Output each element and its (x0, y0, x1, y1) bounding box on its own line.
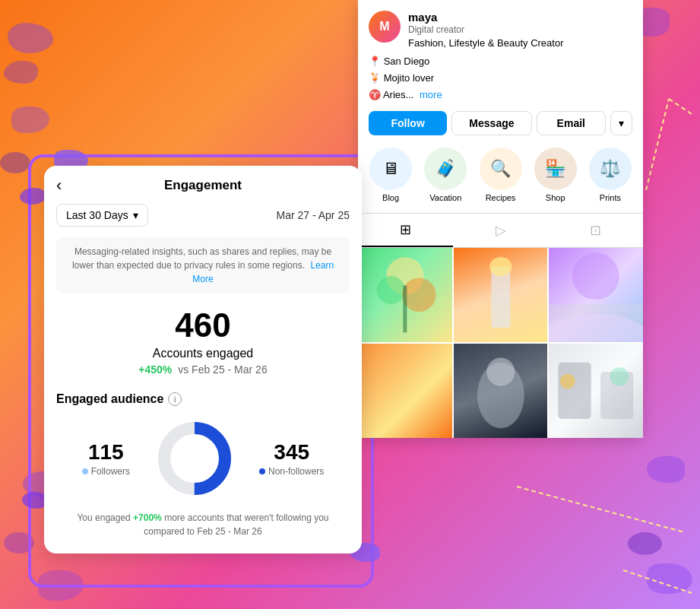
accounts-engaged-count: 460 (44, 309, 362, 342)
photo-cell-6[interactable] (549, 344, 643, 438)
avatar: M (369, 11, 401, 43)
sign-row: ♈ Aries... more (369, 87, 632, 103)
engagement-title: Engagement (56, 178, 350, 193)
date-dropdown[interactable]: Last 30 Days ▾ (56, 204, 148, 227)
photo-2-art (454, 248, 548, 342)
growth-compare: vs Feb 25 - Mar 26 (178, 363, 268, 376)
engagement-panel: ‹ Engagement Last 30 Days ▾ Mar 27 - Apr… (44, 166, 362, 553)
accounts-engaged-label: Accounts engaged (44, 347, 362, 360)
photo-6-art (549, 344, 643, 438)
engaged-audience-title: Engaged audience (56, 392, 163, 406)
photo-5-art (454, 344, 548, 438)
location-icon: 📍 (369, 56, 381, 67)
message-button[interactable]: Message (451, 111, 531, 135)
svg-rect-16 (559, 363, 591, 419)
date-range: Mar 27 - Apr 25 (277, 209, 350, 221)
svg-point-12 (572, 252, 619, 300)
growth-note-suffix: more accounts that weren't following you… (144, 512, 328, 537)
action-buttons: Follow Message Email ▾ (358, 103, 643, 141)
highlight-item-recipes[interactable]: 🔍 Recipes (474, 144, 527, 205)
donut-svg (153, 417, 236, 500)
profile-name: maya (408, 11, 632, 24)
prints-highlight-icon: ⚖️ (589, 147, 632, 190)
svg-point-15 (486, 358, 515, 386)
svg-rect-8 (403, 286, 407, 333)
highlight-item-prints[interactable]: ⚖️ Prints (584, 144, 637, 205)
sign-text: Aries... (383, 89, 413, 100)
followers-label: Followers (82, 466, 130, 477)
person-square-icon: ⊡ (590, 223, 601, 238)
blog-highlight-icon: 🖥 (369, 147, 412, 190)
chevron-down-icon: ▾ (619, 117, 624, 129)
engaged-audience-header: Engaged audience i (44, 376, 362, 417)
nonfollowers-stat: 345 Non-followers (259, 440, 324, 477)
profile-details: 📍 San Diego 🍹 Mojito lover ♈ Aries... mo… (369, 53, 632, 103)
followers-count: 115 (82, 440, 130, 465)
svg-point-6 (377, 276, 405, 304)
shop-highlight-icon: 🏪 (534, 147, 577, 190)
drink-text: Mojito lover (384, 72, 434, 84)
profile-info: maya Digital creator Fashion, Lifestyle … (408, 11, 632, 49)
recipes-highlight-icon: 🔍 (480, 147, 522, 190)
instagram-panel: M maya Digital creator Fashion, Lifestyl… (358, 0, 643, 438)
more-link[interactable]: more (420, 89, 442, 100)
email-button[interactable]: Email (537, 111, 606, 135)
growth-note: You engaged +700% more accounts that wer… (44, 500, 362, 538)
drink-row: 🍹 Mojito lover (369, 70, 632, 87)
photo-3-art (549, 248, 643, 342)
chevron-down-icon: ▾ (133, 209, 138, 221)
tagged-view-button[interactable]: ⊡ (548, 214, 643, 247)
nonfollowers-count: 345 (259, 440, 324, 465)
back-button[interactable]: ‹ (56, 177, 62, 194)
photo-grid (358, 248, 643, 437)
sign-icon: ♈ (369, 89, 381, 100)
more-button[interactable]: ▾ (610, 111, 632, 135)
svg-point-19 (610, 367, 629, 386)
growth-percent: +450% (138, 363, 172, 376)
prints-highlight-label: Prints (600, 193, 621, 202)
growth-note-percent: +700% (133, 512, 162, 523)
info-circle-icon[interactable]: i (168, 392, 182, 406)
grid-icon: ⊞ (400, 222, 411, 237)
donut-chart-container (153, 417, 236, 500)
nonfollowers-label: Non-followers (259, 466, 324, 477)
profile-section: M maya Digital creator Fashion, Lifestyl… (358, 0, 643, 103)
shop-highlight-label: Shop (546, 193, 565, 202)
back-icon: ‹ (56, 176, 62, 195)
engagement-header: ‹ Engagement (44, 166, 362, 199)
date-filter-row: Last 30 Days ▾ Mar 27 - Apr 25 (44, 199, 362, 231)
date-filter-label: Last 30 Days (66, 209, 128, 221)
play-icon: ▷ (496, 223, 506, 238)
photo-cell-1[interactable] (358, 248, 452, 342)
photo-cell-2[interactable] (454, 248, 548, 342)
blog-highlight-label: Blog (382, 193, 399, 202)
photo-cell-3[interactable] (549, 248, 643, 342)
follow-button[interactable]: Follow (369, 111, 447, 135)
vacation-highlight-icon: 🧳 (424, 147, 467, 190)
location-text: San Diego (384, 56, 430, 67)
location-row: 📍 San Diego (369, 53, 632, 70)
svg-point-10 (489, 258, 512, 277)
view-toggle: ⊞ ▷ ⊡ (358, 213, 643, 248)
reels-view-button[interactable]: ▷ (453, 214, 548, 247)
highlight-item-shop[interactable]: 🏪 Shop (529, 144, 582, 205)
info-banner: Messaging-related insights, such as shar… (56, 237, 350, 293)
grid-view-button[interactable]: ⊞ (358, 214, 453, 247)
growth-note-prefix: You engaged (77, 512, 133, 523)
photo-1-art (358, 248, 452, 342)
donut-chart-area: 115 Followers 345 Non-followers (44, 417, 362, 500)
photo-cell-4[interactable] (358, 344, 452, 438)
highlights: 🖥 Blog 🧳 Vacation 🔍 Recipes 🏪 Shop ⚖️ Pr… (358, 141, 643, 213)
growth-badge: +450% vs Feb 25 - Mar 26 (44, 363, 362, 376)
vacation-highlight-label: Vacation (429, 193, 461, 202)
svg-point-18 (560, 374, 575, 389)
svg-point-7 (402, 278, 436, 312)
nonfollowers-dot (259, 468, 265, 474)
drink-icon: 🍹 (369, 72, 381, 84)
highlight-item-blog[interactable]: 🖥 Blog (364, 144, 417, 205)
photo-cell-5[interactable] (454, 344, 548, 438)
recipes-highlight-label: Recipes (486, 193, 516, 202)
followers-dot (82, 468, 88, 474)
profile-role: Digital creator (408, 24, 632, 35)
highlight-item-vacation[interactable]: 🧳 Vacation (419, 144, 472, 205)
